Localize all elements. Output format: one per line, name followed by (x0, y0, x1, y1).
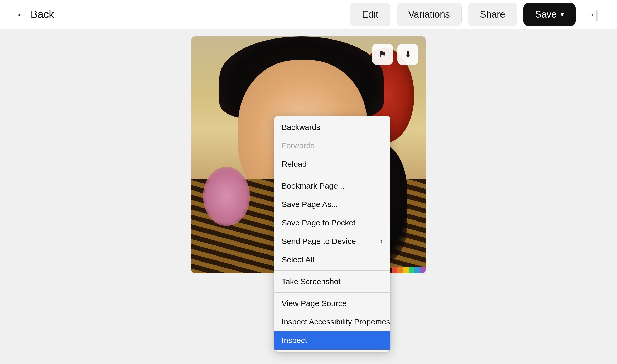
save-label: Save (535, 9, 557, 20)
context-menu-separator (274, 292, 390, 293)
context-menu: BackwardsForwardsReloadBookmark Page...S… (274, 116, 390, 352)
flag-icon: ⚑ (379, 49, 387, 60)
context-menu-item-send-device[interactable]: Send Page to Device› (274, 232, 390, 250)
back-label: Back (31, 8, 54, 20)
image-overlay-buttons: ⚑ ⬇ (372, 44, 418, 65)
color-swatch (420, 267, 426, 273)
context-menu-item-bookmark-page[interactable]: Bookmark Page... (274, 177, 390, 195)
context-menu-item-select-all[interactable]: Select All (274, 250, 390, 269)
color-swatch (397, 267, 403, 273)
pin-right-button[interactable]: →| (582, 6, 601, 23)
share-button[interactable]: Share (468, 3, 517, 26)
context-menu-item-view-source[interactable]: View Page Source (274, 294, 390, 313)
edit-button[interactable]: Edit (350, 3, 390, 26)
context-menu-separator (274, 175, 390, 175)
context-menu-item-save-page-as[interactable]: Save Page As... (274, 195, 390, 214)
context-menu-item-inspect[interactable]: Inspect (274, 331, 390, 350)
chevron-down-icon: ▾ (560, 10, 564, 19)
topbar: ← Back Edit Variations Share Save ▾ →| (0, 0, 617, 29)
color-swatch (414, 267, 420, 273)
context-menu-item-screenshot[interactable]: Take Screenshot (274, 272, 390, 291)
flag-button[interactable]: ⚑ (372, 44, 393, 65)
context-menu-separator (274, 270, 390, 271)
context-menu-item-backwards[interactable]: Backwards (274, 118, 390, 136)
context-menu-item-forwards: Forwards (274, 136, 390, 155)
context-menu-item-save-pocket[interactable]: Save Page to Pocket (274, 214, 390, 232)
color-swatch (409, 267, 414, 273)
save-button[interactable]: Save ▾ (523, 3, 576, 26)
color-strip (392, 267, 426, 273)
context-menu-item-accessibility[interactable]: Inspect Accessibility Properties (274, 313, 390, 331)
variations-button[interactable]: Variations (397, 3, 462, 26)
back-button[interactable]: ← Back (16, 8, 54, 21)
submenu-arrow-icon: › (380, 237, 383, 246)
main-content: ⚑ ⬇ BackwardsForwardsReloadBookmark Page… (0, 29, 617, 364)
context-menu-item-label: Send Page to Device (282, 237, 356, 246)
download-icon: ⬇ (404, 49, 412, 60)
toolbar-right: Edit Variations Share Save ▾ →| (350, 3, 601, 26)
color-swatch (392, 267, 397, 273)
context-menu-item-reload[interactable]: Reload (274, 155, 390, 173)
flowers-decoration (203, 167, 250, 226)
back-arrow-icon: ← (16, 8, 27, 21)
color-swatch (403, 267, 409, 273)
download-button[interactable]: ⬇ (397, 44, 418, 65)
